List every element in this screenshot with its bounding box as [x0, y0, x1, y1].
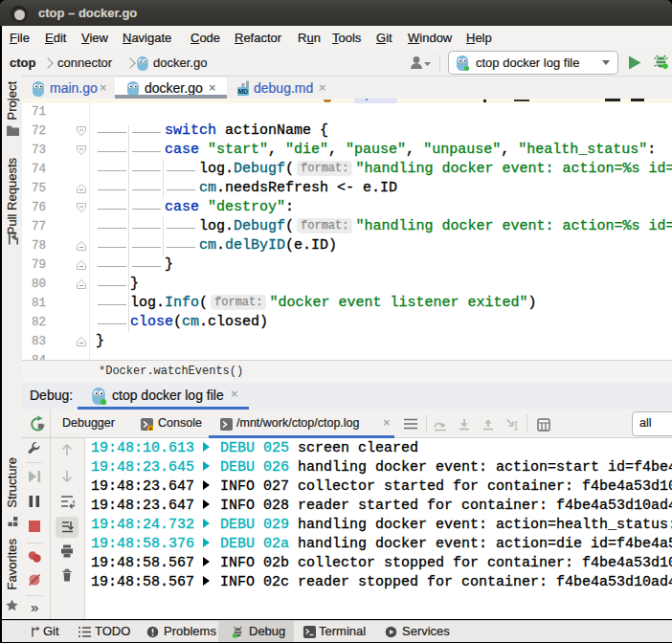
svg-text:MD: MD [238, 88, 249, 95]
